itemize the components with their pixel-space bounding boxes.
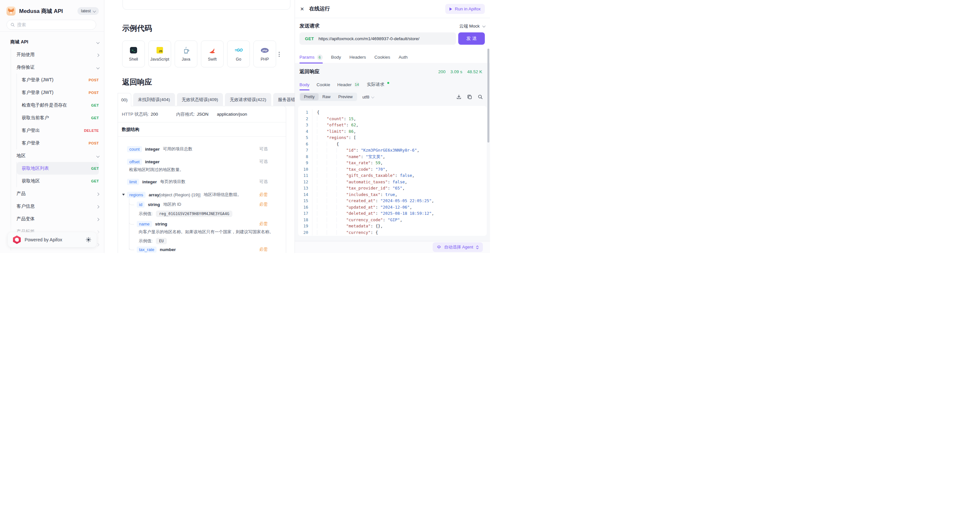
line-number: 10: [298, 166, 312, 173]
code-text: {: [312, 109, 320, 116]
code-line: 17 "deleted_at": "2025-08-18 18:59:12",: [298, 210, 487, 217]
sidebar-item-客户登录 (JWT)[interactable]: 客户登录 (JWT)POST: [17, 86, 99, 99]
method-badge: POST: [89, 91, 99, 95]
java-icon: [183, 47, 189, 54]
theme-toggle-sun-icon[interactable]: [86, 237, 91, 243]
code-text: "id": "Kzm3PGnrGE6x3NNRy8r-6",: [312, 147, 419, 154]
copy-icon[interactable]: [467, 94, 472, 100]
code-line: 13 "tax_provider_id": "65",: [298, 185, 487, 192]
field-name-badge[interactable]: count: [127, 146, 142, 152]
sidebar-item-获取地区列表[interactable]: 获取地区列表GET: [17, 162, 99, 174]
chevron-right-icon: [96, 218, 100, 221]
sidebar-item-客户登出[interactable]: 客户登出DELETE: [17, 124, 99, 137]
code-line: 1{: [298, 109, 487, 116]
status-tab-00)[interactable]: 00): [118, 93, 131, 106]
chevron-right-icon: [96, 192, 100, 196]
status-tab-无效请求错误(422)[interactable]: 无效请求错误(422): [225, 93, 271, 106]
field-flag: 必需: [259, 201, 268, 207]
collapse-caret-icon[interactable]: [122, 194, 125, 196]
response-toolbar-icons: [456, 94, 483, 100]
request-tab-Headers[interactable]: Headers: [349, 52, 366, 63]
view-mode-row: PrettyRawPreview utf8: [299, 92, 483, 102]
language-card-JavaScript[interactable]: JSJavaScript: [148, 41, 171, 67]
search-response-icon[interactable]: [478, 94, 483, 100]
sidebar-item-获取地区[interactable]: 获取地区GET: [17, 174, 99, 187]
response-tab-实际请求[interactable]: 实际请求: [367, 80, 389, 90]
request-tab-Body[interactable]: Body: [331, 52, 341, 63]
chevron-right-icon: [96, 243, 100, 246]
request-tab-Params[interactable]: Params6: [299, 52, 323, 63]
field-flag: 必需: [259, 221, 268, 227]
field-name-badge[interactable]: id: [137, 201, 145, 208]
agent-selector[interactable]: 自动选择 Agent: [433, 242, 483, 252]
close-icon[interactable]: ✕: [300, 6, 307, 12]
language-card-Go[interactable]: =GOGo: [227, 41, 250, 67]
request-tab-Cookies[interactable]: Cookies: [374, 52, 390, 63]
endpoint-label: 检查电子邮件是否存在: [22, 102, 67, 108]
sidebar-item-获取当前客户[interactable]: 获取当前客户GET: [17, 111, 99, 124]
language-card-PHP[interactable]: phpPHP: [253, 41, 276, 67]
schema-tree-line: [129, 198, 129, 250]
field-desc-inline: 地区的 ID: [163, 201, 181, 207]
sidebar-item-客户登录[interactable]: 客户登录POST: [17, 137, 99, 149]
version-selector[interactable]: latest: [78, 7, 99, 15]
sidebar-group-客户信息[interactable]: 客户信息: [11, 200, 99, 213]
sidebar-group-产品变体[interactable]: 产品变体: [11, 213, 99, 225]
download-icon[interactable]: [456, 94, 461, 100]
code-line: 7 "id": "Kzm3PGnrGE6x3NNRy8r-6",: [298, 147, 487, 154]
response-tab-Header[interactable]: Header14: [337, 80, 360, 90]
api-nav: 商城 API 开始使用身份验证客户登录 (JWT)POST客户登录 (JWT)P…: [0, 36, 104, 253]
chevron-down-icon: [371, 95, 374, 98]
chevron-right-icon: [96, 230, 100, 233]
language-label: Shell: [129, 57, 138, 62]
powered-by-card[interactable]: Powered by Apifox: [8, 232, 97, 247]
language-card-Java[interactable]: Java: [175, 41, 197, 67]
method-badge: GET: [91, 103, 99, 107]
sidebar-group-产品[interactable]: 产品: [11, 187, 99, 200]
panel-scrollbar-thumb[interactable]: [487, 49, 489, 143]
field-name-badge[interactable]: regions: [127, 192, 145, 198]
sidebar-group-地区[interactable]: 地区: [11, 149, 99, 162]
search-input[interactable]: [17, 22, 92, 27]
status-tab-未找到错误(404)[interactable]: 未找到错误(404): [133, 93, 175, 106]
language-card-Swift[interactable]: Swift: [201, 41, 224, 67]
example-value-chip[interactable]: reg_01G1G5V26T9H8Y0M4JNE3YGA4G: [156, 211, 233, 217]
search-box[interactable]: [6, 20, 96, 30]
nav-root-group[interactable]: 商城 API: [6, 36, 99, 48]
sidebar-group-开始使用[interactable]: 开始使用: [11, 48, 99, 61]
run-in-apifox-button[interactable]: Run in Apifox: [445, 4, 485, 14]
field-flag: 可选: [259, 179, 268, 185]
field-name-badge[interactable]: limit: [127, 179, 139, 185]
environment-selector[interactable]: 云端 Mock: [459, 23, 485, 29]
more-languages-button[interactable]: [276, 51, 282, 57]
view-mode-Preview[interactable]: Preview: [334, 93, 356, 100]
status-tab-无效状态错误(409)[interactable]: 无效状态错误(409): [177, 93, 223, 106]
sidebar-group-身份验证[interactable]: 身份验证: [11, 61, 99, 73]
language-label: PHP: [261, 57, 269, 62]
view-mode-Raw[interactable]: Raw: [318, 93, 334, 100]
sidebar-item-客户登录 (JWT)[interactable]: 客户登录 (JWT)POST: [17, 73, 99, 86]
field-name-badge[interactable]: offset: [127, 159, 142, 165]
view-mode-Pretty[interactable]: Pretty: [300, 93, 318, 100]
url-input[interactable]: [318, 36, 456, 41]
response-tab-Body[interactable]: Body: [299, 80, 310, 90]
field-type: array[object (Region) {19}]: [149, 192, 200, 197]
encoding-selector[interactable]: utf8: [362, 95, 374, 100]
sidebar-item-检查电子邮件是否存在[interactable]: 检查电子邮件是否存在GET: [17, 99, 99, 111]
group-label: 地区: [16, 153, 25, 159]
status-tab-服务器错误[interactable]: 服务器错误: [273, 93, 295, 106]
code-line: 19 "metadata": {},: [298, 223, 487, 229]
send-button[interactable]: 发 送: [458, 32, 485, 45]
field-name-badge[interactable]: tax_rate: [137, 246, 156, 253]
code-text: "tax_provider_id": "65",: [312, 185, 405, 192]
language-card-Shell[interactable]: >_Shell: [122, 41, 145, 67]
language-label: JavaScript: [150, 57, 169, 62]
field-type: string: [148, 202, 160, 207]
request-tab-Auth[interactable]: Auth: [399, 52, 408, 63]
line-number: 11: [298, 172, 312, 179]
line-number: 12: [298, 179, 312, 185]
field-name-badge[interactable]: name: [137, 221, 152, 227]
response-tab-Cookie[interactable]: Cookie: [317, 80, 330, 90]
example-value-chip[interactable]: EU: [156, 238, 167, 244]
response-json-viewer[interactable]: 1{2 "count": 15,3 "offset": 62,4 "limit"…: [298, 106, 487, 236]
